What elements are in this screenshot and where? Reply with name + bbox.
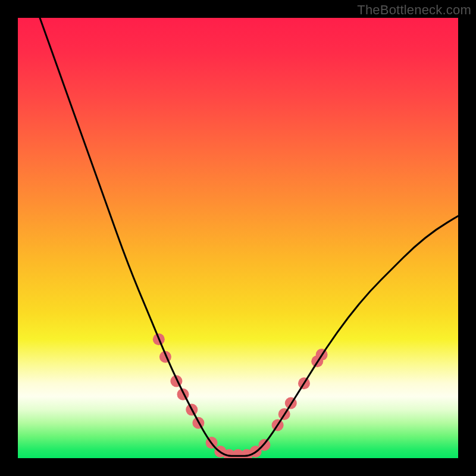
watermark-text: TheBottleneck.com [357,2,471,18]
chart-frame: TheBottleneck.com [0,0,476,476]
marker-group [153,333,328,458]
plot-area [18,18,458,458]
bottleneck-curve [40,18,458,456]
bottleneck-svg [18,18,458,458]
